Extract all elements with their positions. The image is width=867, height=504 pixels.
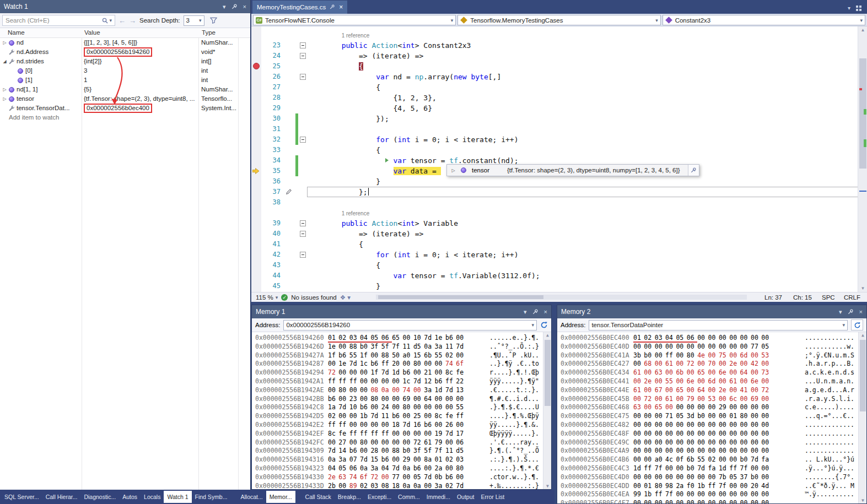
bottom-tab-call-stack[interactable]: Call Stack bbox=[302, 491, 335, 503]
outlining-margin[interactable] bbox=[298, 82, 307, 93]
bottom-tab-error-list[interactable]: Error List bbox=[477, 491, 508, 503]
breakpoint-margin[interactable] bbox=[251, 134, 261, 145]
outlining-margin[interactable] bbox=[298, 166, 307, 176]
type-dropdown[interactable]: Tensorflow.MemoryTestingCases ▾ bbox=[457, 15, 660, 25]
scrollbar-thumb[interactable] bbox=[860, 340, 866, 411]
project-dropdown[interactable]: C# TensorFlowNET.Console ▾ bbox=[253, 15, 456, 25]
bottom-tab-call-hierar[interactable]: Call Hierar... bbox=[42, 491, 81, 503]
outlining-margin[interactable] bbox=[298, 155, 307, 166]
window-position-icon[interactable]: ▾ bbox=[223, 4, 226, 10]
code-text[interactable]: }); bbox=[307, 113, 867, 124]
breakpoint-margin[interactable] bbox=[251, 40, 261, 51]
outlining-margin[interactable] bbox=[298, 61, 307, 72]
search-input[interactable]: Search (Ctrl+E) ▾ bbox=[2, 15, 115, 26]
outlining-margin[interactable] bbox=[298, 229, 307, 239]
scroll-down-icon[interactable]: ▼ bbox=[543, 484, 551, 489]
code-text[interactable]: for (int i = 0; i < iterate; i++) bbox=[307, 250, 867, 260]
status-spc[interactable]: SPC bbox=[822, 294, 841, 301]
outlining-margin[interactable] bbox=[298, 113, 307, 124]
outlining-margin[interactable] bbox=[298, 250, 307, 260]
expander-icon[interactable]: ▷ bbox=[1, 94, 8, 104]
bottom-tab-memor[interactable]: Memor... bbox=[266, 491, 295, 503]
scroll-up-icon[interactable]: ▲ bbox=[543, 333, 551, 338]
breakpoint-margin[interactable] bbox=[251, 166, 261, 176]
collapse-region-icon[interactable] bbox=[300, 252, 306, 258]
memory1-address-input[interactable]: 0x000002556B194260 ▾ bbox=[283, 320, 537, 330]
expander-icon[interactable]: ▷ bbox=[1, 38, 8, 47]
outlining-margin[interactable] bbox=[298, 176, 307, 187]
search-depth-select[interactable]: 3 ▾ bbox=[184, 15, 204, 26]
outlining-margin[interactable] bbox=[298, 93, 307, 103]
breakpoint-margin[interactable] bbox=[251, 239, 261, 250]
pin-icon[interactable] bbox=[231, 4, 238, 10]
scrollbar-thumb[interactable] bbox=[545, 340, 551, 406]
issues-label[interactable]: No issues found bbox=[291, 294, 336, 301]
editor-vertical-scrollbar[interactable]: ▲ ▼ bbox=[858, 26, 867, 292]
refresh-icon[interactable] bbox=[540, 321, 548, 329]
code-text[interactable]: {4, 5, 6} bbox=[307, 103, 867, 113]
code-text[interactable]: { bbox=[307, 61, 867, 72]
close-icon[interactable]: × bbox=[243, 4, 246, 10]
bottom-tab-excepti[interactable]: Excepti... bbox=[364, 491, 395, 503]
code-text[interactable]: 1 reference bbox=[307, 208, 867, 218]
code-text[interactable]: {1, 2, 3}, bbox=[307, 93, 867, 103]
window-layout-icon[interactable] bbox=[856, 6, 861, 11]
watch-row[interactable]: [0]3int bbox=[0, 66, 250, 75]
code-text[interactable]: var nd = np.array(new byte[,] bbox=[307, 72, 867, 82]
memory2-address-input[interactable]: tensor.TensorDataPointer ▾ bbox=[589, 320, 848, 330]
bottom-tab-autos[interactable]: Autos bbox=[119, 491, 141, 503]
document-list-chevron-icon[interactable]: ▾ bbox=[848, 5, 850, 11]
code-text[interactable]: => (iterate) => bbox=[307, 229, 867, 239]
datatip-expander-icon[interactable]: ▷ bbox=[450, 168, 457, 173]
breakpoint-margin[interactable] bbox=[251, 51, 261, 61]
outlining-margin[interactable] bbox=[298, 40, 307, 51]
breakpoint-margin[interactable] bbox=[251, 30, 261, 40]
bottom-tab-breakp[interactable]: Breakp... bbox=[335, 491, 364, 503]
scroll-down-icon[interactable]: ▼ bbox=[858, 286, 867, 291]
breakpoint-margin[interactable] bbox=[251, 145, 261, 155]
datatip-pin-icon[interactable] bbox=[688, 165, 699, 176]
code-cleanup-icon[interactable]: ❖ ▾ bbox=[340, 294, 351, 301]
status-eol[interactable]: CRLF bbox=[844, 294, 863, 301]
watch-row[interactable]: ▷tensor{tf.Tensor: shape=(2, 3), dtype=u… bbox=[0, 94, 250, 104]
breakpoint-margin[interactable] bbox=[251, 93, 261, 103]
outlining-margin[interactable] bbox=[298, 218, 307, 229]
outlining-margin[interactable] bbox=[298, 124, 307, 134]
breakpoint-margin[interactable] bbox=[251, 155, 261, 166]
breakpoint-margin[interactable] bbox=[251, 197, 261, 208]
code-text[interactable]: public Action<int> Variable bbox=[307, 218, 867, 229]
breakpoint-margin[interactable] bbox=[251, 250, 261, 260]
bottom-tab-find-symb[interactable]: Find Symb... bbox=[192, 491, 231, 503]
add-watch-item-row[interactable]: Add item to watch bbox=[0, 113, 250, 122]
zoom-select[interactable]: 115 % ▾ bbox=[256, 294, 278, 301]
memory2-scrollbar[interactable]: ▲ ▼ bbox=[858, 332, 866, 503]
breakpoint-margin[interactable] bbox=[251, 187, 261, 197]
bottom-tab-watch-1[interactable]: Watch 1 bbox=[164, 491, 191, 503]
code-text[interactable]: { bbox=[307, 145, 867, 155]
code-text[interactable]: var tensor = tf.Variable(3112.0f); bbox=[307, 270, 867, 281]
breakpoint-margin[interactable] bbox=[251, 113, 261, 124]
bottom-tab-locals[interactable]: Locals bbox=[141, 491, 164, 503]
outlining-margin[interactable] bbox=[298, 187, 307, 197]
code-text[interactable]: } bbox=[307, 281, 867, 291]
window-position-icon[interactable]: ▾ bbox=[839, 309, 842, 315]
code-text[interactable]: { bbox=[307, 82, 867, 93]
search-prev-icon[interactable]: ← bbox=[119, 17, 126, 25]
code-text[interactable]: }; bbox=[307, 187, 867, 197]
collapse-region-icon[interactable] bbox=[300, 74, 306, 80]
outlining-margin[interactable] bbox=[298, 30, 307, 40]
codelens-references[interactable]: 1 reference bbox=[342, 32, 370, 39]
breakpoint-margin[interactable] bbox=[251, 281, 261, 291]
search-icon[interactable] bbox=[102, 18, 108, 24]
window-position-icon[interactable]: ▾ bbox=[524, 309, 527, 315]
member-dropdown[interactable]: Constant2x3 ▾ bbox=[663, 15, 865, 25]
collapse-region-icon[interactable] bbox=[300, 231, 306, 237]
pin-icon[interactable] bbox=[532, 309, 538, 315]
outlining-margin[interactable] bbox=[298, 208, 307, 218]
watch-row[interactable]: nd.Address0x000002556b194260void* bbox=[0, 47, 250, 57]
bottom-tab-comm[interactable]: Comm... bbox=[395, 491, 423, 503]
code-editor[interactable]: 1 reference23 public Action<int> Constan… bbox=[251, 26, 867, 292]
refresh-icon[interactable] bbox=[851, 319, 863, 330]
expander-icon[interactable]: ▷ bbox=[1, 85, 8, 94]
code-text[interactable]: } bbox=[307, 176, 867, 187]
